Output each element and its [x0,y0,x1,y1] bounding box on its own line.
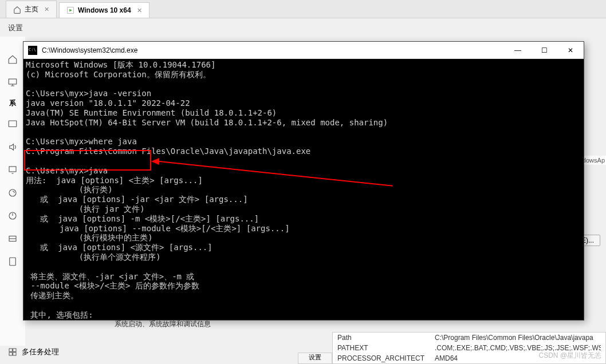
cmd-icon [28,46,37,55]
cmd-titlebar[interactable]: C:\Windows\system32\cmd.exe ― ☐ ✕ [23,42,584,59]
partial-path-text: dowsAp [581,156,606,165]
settings-heading: 设置 [0,18,606,38]
display-icon[interactable] [0,71,25,94]
maximize-button[interactable]: ☐ [531,42,557,59]
tab-home-label: 主页 [25,5,38,14]
notification-icon[interactable] [0,159,25,181]
play-icon [66,6,74,14]
close-icon[interactable]: ✕ [44,6,49,13]
home-icon [13,6,21,14]
focus-icon[interactable] [0,181,25,204]
mid-panel-text: 系统启动、系统故障和调试信息 [115,319,211,329]
tab-home[interactable]: 主页 ✕ [6,1,57,18]
multitask-label: 多任务处理 [22,347,59,357]
svg-rect-11 [13,353,16,355]
watermark: CSDN @星川皆无恙 [538,351,601,361]
svg-rect-10 [9,353,12,355]
tab-vm[interactable]: Windows 10 x64 ✕ [59,2,149,18]
left-sidebar: 系 [0,37,25,346]
power-icon[interactable] [0,204,25,227]
annotation-arrow-head [151,158,159,165]
svg-rect-9 [13,349,16,351]
cmd-title: C:\Windows\system32\cmd.exe [42,46,505,54]
close-button[interactable]: ✕ [557,42,584,59]
svg-rect-2 [9,121,17,127]
svg-rect-8 [9,349,12,351]
svg-point-4 [9,189,16,196]
mid-settings-button[interactable]: 设置 [298,353,332,364]
svg-rect-7 [10,258,16,266]
tablet-icon[interactable] [0,250,25,273]
sidebar-section-label: 系 [0,94,25,113]
multitask-icon [8,347,17,357]
cmd-output[interactable]: Microsoft Windows [版本 10.0.19044.1766] (… [23,59,584,320]
svg-rect-3 [9,167,16,172]
multitask-item[interactable]: 多任务处理 [8,347,59,357]
monitor-icon[interactable] [0,113,25,136]
cmd-window: C:\Windows\system32\cmd.exe ― ☐ ✕ Micros… [23,41,584,321]
tab-bar: 主页 ✕ Windows 10 x64 ✕ [0,0,606,18]
table-row[interactable]: Path C:\Program Files\Common Files\Oracl… [333,333,605,343]
home-icon[interactable] [0,48,25,71]
close-icon[interactable]: ✕ [137,7,142,14]
sound-icon[interactable] [0,136,25,159]
svg-rect-1 [9,79,17,84]
tab-vm-label: Windows 10 x64 [78,6,131,14]
minimize-button[interactable]: ― [505,42,531,59]
storage-icon[interactable] [0,227,25,250]
